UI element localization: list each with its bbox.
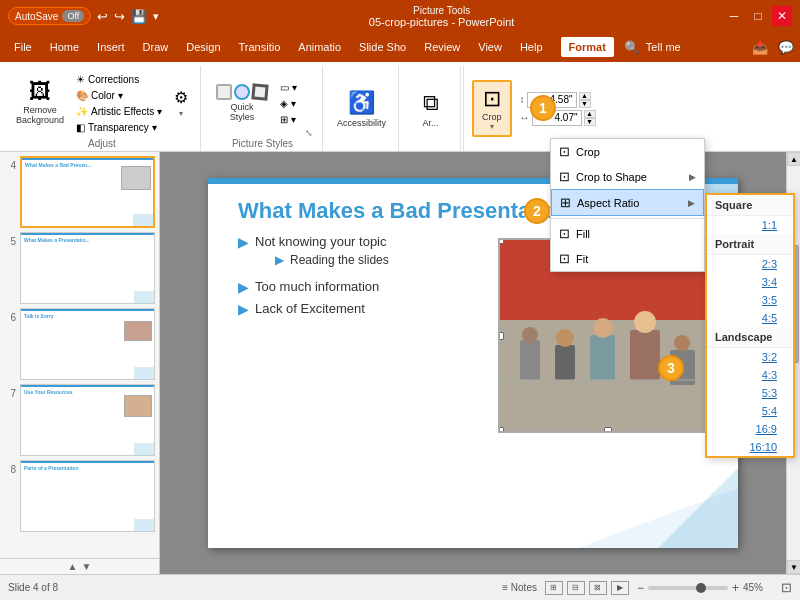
slide-img-4[interactable]: What Makes a Bad Presen... bbox=[20, 156, 155, 228]
ratio-4-5[interactable]: 4:5 bbox=[707, 309, 793, 327]
ribbon-group-arrange: ⧉ Ar... bbox=[401, 66, 461, 151]
fit-screen-icon[interactable]: ⊡ bbox=[781, 580, 792, 595]
slide-sorter-icon[interactable]: ⊟ bbox=[567, 581, 585, 595]
minimize-button[interactable]: ─ bbox=[724, 6, 744, 26]
menu-transitions[interactable]: Transitio bbox=[231, 37, 289, 57]
menu-home[interactable]: Home bbox=[42, 37, 87, 57]
slide-img-7[interactable]: Use Your Resources bbox=[20, 384, 155, 456]
aspect-ratio-label: Aspect Ratio bbox=[577, 197, 639, 209]
panel-scroll-controls: ▲ ▼ bbox=[0, 558, 159, 574]
width-up-button[interactable]: ▲ bbox=[584, 110, 596, 118]
remove-background-button[interactable]: 🖼 RemoveBackground bbox=[12, 78, 68, 128]
ratio-5-4[interactable]: 5:4 bbox=[707, 402, 793, 420]
sub-bullet-1: ▶ Reading the slides bbox=[275, 253, 389, 267]
autosave-toggle[interactable]: AutoSave Off bbox=[8, 7, 91, 25]
slide-thumb-7[interactable]: 7 Use Your Resources bbox=[4, 384, 155, 456]
ratio-16-9[interactable]: 16:9 bbox=[707, 420, 793, 438]
slide-img-8[interactable]: Parts of a Presentation bbox=[20, 460, 155, 532]
menu-view[interactable]: View bbox=[470, 37, 510, 57]
zoom-in-button[interactable]: + bbox=[732, 581, 739, 595]
menu-review[interactable]: Review bbox=[416, 37, 468, 57]
svg-rect-7 bbox=[555, 345, 575, 380]
slide-img-5[interactable]: What Makes a Presentatio... bbox=[20, 232, 155, 304]
picture-border-button[interactable]: ▭ ▾ bbox=[276, 80, 301, 95]
picture-styles-buttons: QuickStyles ▭ ▾ ◈ ▾ ⊞ ▾ ⤡ bbox=[212, 68, 313, 138]
notes-button[interactable]: ≡ Notes bbox=[502, 582, 537, 593]
picture-effects-button[interactable]: ◈ ▾ bbox=[276, 96, 301, 111]
panel-scroll-up-button[interactable]: ▲ bbox=[68, 561, 78, 572]
ratio-3-2[interactable]: 3:2 bbox=[707, 348, 793, 366]
handle-lm[interactable] bbox=[498, 332, 504, 340]
redo-icon[interactable]: ↪ bbox=[114, 9, 125, 24]
styles-preview bbox=[216, 84, 268, 100]
height-down-button[interactable]: ▼ bbox=[579, 100, 591, 108]
slide-num-4: 4 bbox=[4, 156, 16, 171]
crop-button[interactable]: ⊡ Crop ▾ bbox=[472, 80, 512, 137]
styles-expand-icon[interactable]: ⤡ bbox=[305, 128, 313, 138]
context-menu-crop-to-shape[interactable]: ⊡ Crop to Shape ▶ bbox=[551, 164, 704, 189]
reading-view-icon[interactable]: ⊠ bbox=[589, 581, 607, 595]
context-menu-aspect-ratio[interactable]: ⊞ Aspect Ratio ▶ bbox=[551, 189, 704, 216]
normal-view-icon[interactable]: ⊞ bbox=[545, 581, 563, 595]
slide-img-6[interactable]: Talk is Sorry bbox=[20, 308, 155, 380]
ratio-16-10[interactable]: 16:10 bbox=[707, 438, 793, 456]
undo-icon[interactable]: ↩ bbox=[97, 9, 108, 24]
panel-scroll-down-button[interactable]: ▼ bbox=[82, 561, 92, 572]
context-menu-fit[interactable]: ⊡ Fit bbox=[551, 246, 704, 271]
br-shape-svg bbox=[578, 468, 738, 548]
scroll-down-button[interactable]: ▼ bbox=[787, 560, 800, 574]
slideshow-icon[interactable]: ▶ bbox=[611, 581, 629, 595]
ratio-4-3[interactable]: 4:3 bbox=[707, 366, 793, 384]
handle-bm[interactable] bbox=[604, 427, 612, 433]
picture-options-button[interactable]: ⚙ ▾ bbox=[170, 85, 192, 121]
scroll-up-button[interactable]: ▲ bbox=[787, 152, 800, 166]
accessibility-buttons: ♿ Accessibility bbox=[333, 68, 390, 149]
context-menu-crop[interactable]: ⊡ Crop bbox=[551, 139, 704, 164]
menu-draw[interactable]: Draw bbox=[135, 37, 177, 57]
color-icon: 🎨 bbox=[76, 90, 88, 101]
ratio-3-4[interactable]: 3:4 bbox=[707, 273, 793, 291]
picture-layout-button[interactable]: ⊞ ▾ bbox=[276, 112, 301, 127]
color-button[interactable]: 🎨 Color ▾ bbox=[72, 88, 166, 103]
share-icon[interactable]: 📤 bbox=[752, 40, 768, 55]
menu-format[interactable]: Format bbox=[561, 37, 614, 57]
close-button[interactable]: ✕ bbox=[772, 6, 792, 26]
ratio-1-1[interactable]: 1:1 bbox=[707, 216, 793, 234]
ratio-3-5[interactable]: 3:5 bbox=[707, 291, 793, 309]
menu-design[interactable]: Design bbox=[178, 37, 228, 57]
menu-animations[interactable]: Animatio bbox=[290, 37, 349, 57]
quick-styles-button[interactable]: QuickStyles bbox=[212, 81, 272, 125]
tell-me-label[interactable]: Tell me bbox=[646, 41, 681, 53]
landscape-header: Landscape bbox=[707, 327, 793, 348]
transparency-button[interactable]: ◧ Transparency ▾ bbox=[72, 120, 166, 135]
ratio-2-3[interactable]: 2:3 bbox=[707, 255, 793, 273]
menu-file[interactable]: File bbox=[6, 37, 40, 57]
slide-thumb-4[interactable]: 4 What Makes a Bad Presen... bbox=[4, 156, 155, 228]
slide-thumb-6[interactable]: 6 Talk is Sorry bbox=[4, 308, 155, 380]
save-icon[interactable]: 💾 bbox=[131, 9, 147, 24]
sub-bullet-1-text: Reading the slides bbox=[290, 253, 389, 267]
slide-thumb-8[interactable]: 8 Parts of a Presentation bbox=[4, 460, 155, 532]
ratio-5-3[interactable]: 5:3 bbox=[707, 384, 793, 402]
menu-insert[interactable]: Insert bbox=[89, 37, 133, 57]
artistic-effects-button[interactable]: ✨ Artistic Effects ▾ bbox=[72, 104, 166, 119]
maximize-button[interactable]: □ bbox=[748, 6, 768, 26]
menu-slideshow[interactable]: Slide Sho bbox=[351, 37, 414, 57]
slide-thumb-5[interactable]: 5 What Makes a Presentatio... bbox=[4, 232, 155, 304]
crop-menu-label: Crop bbox=[576, 146, 600, 158]
search-icon[interactable]: 🔍 bbox=[624, 40, 640, 55]
accessibility-button[interactable]: ♿ Accessibility bbox=[333, 87, 390, 131]
svg-marker-17 bbox=[578, 488, 738, 548]
arrange-button[interactable]: ⧉ Ar... bbox=[410, 87, 452, 131]
width-down-button[interactable]: ▼ bbox=[584, 118, 596, 126]
handle-tl[interactable] bbox=[498, 238, 504, 244]
step-2-circle: 2 bbox=[524, 198, 550, 224]
handle-bl[interactable] bbox=[498, 427, 504, 433]
height-up-button[interactable]: ▲ bbox=[579, 92, 591, 100]
menu-help[interactable]: Help bbox=[512, 37, 551, 57]
corrections-button[interactable]: ☀ Corrections bbox=[72, 72, 166, 87]
comments-icon[interactable]: 💬 bbox=[778, 40, 794, 55]
context-menu-fill[interactable]: ⊡ Fill bbox=[551, 221, 704, 246]
zoom-out-button[interactable]: − bbox=[637, 581, 644, 595]
zoom-slider[interactable] bbox=[648, 586, 728, 590]
